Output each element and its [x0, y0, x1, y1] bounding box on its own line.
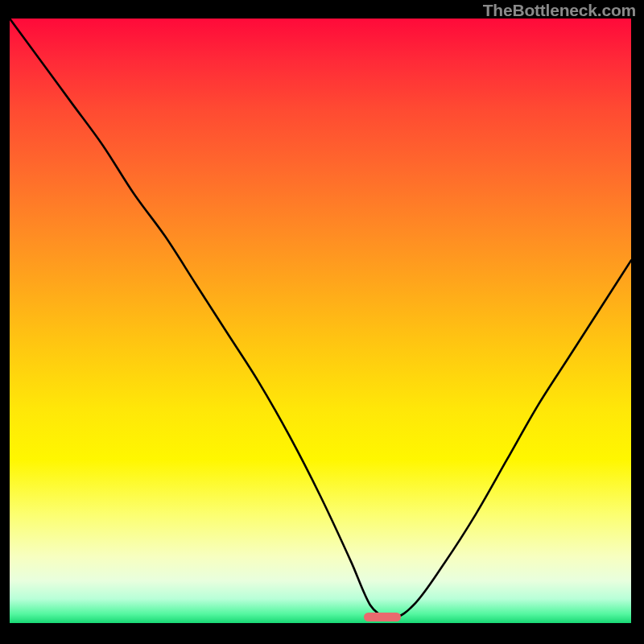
plot-area [10, 19, 631, 634]
bottleneck-curve-right [382, 260, 631, 617]
optimal-marker [364, 613, 401, 621]
curve-layer [10, 19, 631, 634]
bottleneck-curve-left [10, 19, 382, 617]
watermark-text: TheBottleneck.com [483, 1, 636, 20]
chart-frame [10, 19, 631, 634]
